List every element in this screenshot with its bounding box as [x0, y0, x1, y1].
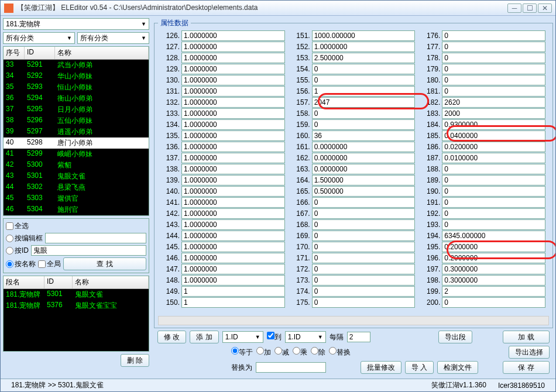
property-input[interactable]: [442, 219, 545, 230]
property-input[interactable]: [312, 30, 416, 41]
property-input[interactable]: [181, 42, 285, 52]
property-input[interactable]: [442, 197, 545, 208]
property-input[interactable]: [181, 275, 285, 286]
add-radio[interactable]: 加: [256, 347, 271, 357]
to-checkbox[interactable]: 到: [267, 332, 282, 342]
property-input[interactable]: [442, 108, 545, 119]
property-input[interactable]: [181, 53, 285, 63]
save-button[interactable]: 保 存: [503, 361, 550, 374]
mul-radio[interactable]: 乘: [293, 347, 307, 357]
property-input[interactable]: [312, 297, 416, 308]
batch-edit-button[interactable]: 批量修改: [361, 361, 401, 374]
property-input[interactable]: [312, 264, 416, 274]
property-input[interactable]: [181, 153, 285, 163]
horizontal-scrollbar[interactable]: [158, 316, 549, 325]
property-input[interactable]: [181, 286, 285, 297]
to-id-dropdown[interactable]: 1.ID▼: [285, 331, 326, 343]
property-input[interactable]: [181, 97, 285, 108]
property-input[interactable]: [312, 186, 416, 197]
list-item[interactable]: 415299峨嵋小师妹: [4, 149, 149, 160]
by-name-radio[interactable]: 按名称: [6, 259, 36, 269]
id-input[interactable]: [31, 245, 146, 256]
property-input[interactable]: [181, 119, 285, 130]
replace-input[interactable]: [256, 362, 326, 373]
property-input[interactable]: [181, 64, 285, 74]
list-item[interactable]: 375295日月小师弟: [4, 104, 149, 115]
property-input[interactable]: [442, 86, 545, 97]
list-item[interactable]: 425300紫貂: [4, 160, 149, 171]
property-input[interactable]: [442, 75, 545, 85]
property-input[interactable]: [181, 30, 285, 41]
property-input[interactable]: [442, 297, 545, 308]
maximize-button[interactable]: ☐: [523, 4, 537, 13]
property-input[interactable]: [312, 42, 416, 52]
property-input[interactable]: [442, 142, 545, 152]
list-item[interactable]: 365294衡山小师弟: [4, 93, 149, 104]
property-input[interactable]: [442, 253, 545, 263]
property-input[interactable]: [181, 297, 285, 308]
property-input[interactable]: [442, 97, 545, 108]
list-item[interactable]: 395297逍遥小师弟: [4, 126, 149, 137]
list-item[interactable]: 355293恒山小师妹: [4, 82, 149, 93]
property-input[interactable]: [312, 197, 416, 208]
property-input[interactable]: [312, 142, 416, 152]
property-input[interactable]: [442, 153, 545, 163]
list-item[interactable]: 455303遛供官: [4, 193, 149, 204]
list-item[interactable]: 405298唐门小师弟: [4, 137, 149, 149]
filter2-dropdown[interactable]: 所有分类▼: [77, 32, 149, 44]
property-input[interactable]: [181, 130, 285, 141]
property-input[interactable]: [181, 208, 285, 219]
property-input[interactable]: [312, 164, 416, 174]
sub-radio[interactable]: 减: [274, 347, 289, 357]
property-input[interactable]: [442, 175, 545, 185]
list-item[interactable]: 435301鬼眼文雀: [4, 171, 149, 182]
property-input[interactable]: [312, 75, 416, 85]
export-selection-button[interactable]: 导出选择: [509, 346, 550, 359]
property-input[interactable]: [312, 108, 416, 119]
property-input[interactable]: [442, 242, 545, 252]
property-input[interactable]: [181, 142, 285, 152]
property-input[interactable]: [181, 164, 285, 174]
eq-radio[interactable]: 等于: [231, 347, 253, 357]
property-input[interactable]: [442, 264, 545, 274]
property-input[interactable]: [181, 75, 285, 85]
list-item[interactable]: 475305汀溪草寇: [4, 215, 149, 216]
property-input[interactable]: [442, 42, 545, 52]
property-input[interactable]: [312, 153, 416, 163]
property-input[interactable]: [442, 119, 545, 130]
by-id-radio[interactable]: 按ID: [6, 246, 29, 256]
list-item[interactable]: 345292华山小师妹: [4, 71, 149, 82]
export-segment-button[interactable]: 导出段: [438, 331, 472, 343]
modify-button[interactable]: 修 改: [157, 331, 186, 343]
filter1-dropdown[interactable]: 所有分类▼: [3, 32, 75, 44]
property-input[interactable]: [312, 231, 416, 241]
property-input[interactable]: [312, 119, 416, 130]
property-input[interactable]: [312, 253, 416, 263]
div-radio[interactable]: 除: [311, 347, 325, 357]
property-input[interactable]: [442, 208, 545, 219]
select-all-checkbox[interactable]: 全选: [6, 221, 29, 231]
property-input[interactable]: [312, 275, 416, 286]
search-button[interactable]: 查 找: [63, 257, 146, 270]
property-input[interactable]: [312, 286, 416, 297]
property-input[interactable]: [442, 130, 545, 141]
property-input[interactable]: [442, 164, 545, 174]
property-input[interactable]: [312, 175, 416, 185]
add-button[interactable]: 添 加: [190, 331, 218, 343]
delete-button[interactable]: 删 除: [121, 354, 149, 367]
property-input[interactable]: [442, 53, 545, 63]
close-button[interactable]: ✕: [538, 4, 552, 13]
property-input[interactable]: [312, 130, 416, 141]
by-editbox-radio[interactable]: 按编辑框: [6, 233, 43, 243]
property-input[interactable]: [312, 64, 416, 74]
property-input[interactable]: [181, 231, 285, 241]
property-input[interactable]: [181, 186, 285, 197]
property-input[interactable]: [181, 175, 285, 185]
rep-radio[interactable]: 替换: [329, 347, 351, 357]
minimize-button[interactable]: ─: [507, 4, 521, 13]
property-input[interactable]: [181, 86, 285, 97]
item-list[interactable]: 序号 ID 名称 335291武当小师弟345292华山小师妹355293恒山小…: [3, 46, 149, 216]
list-item[interactable]: 335291武当小师弟: [4, 60, 149, 71]
property-input[interactable]: [442, 275, 545, 286]
category-dropdown[interactable]: 181.宠物牌▼: [3, 18, 149, 30]
